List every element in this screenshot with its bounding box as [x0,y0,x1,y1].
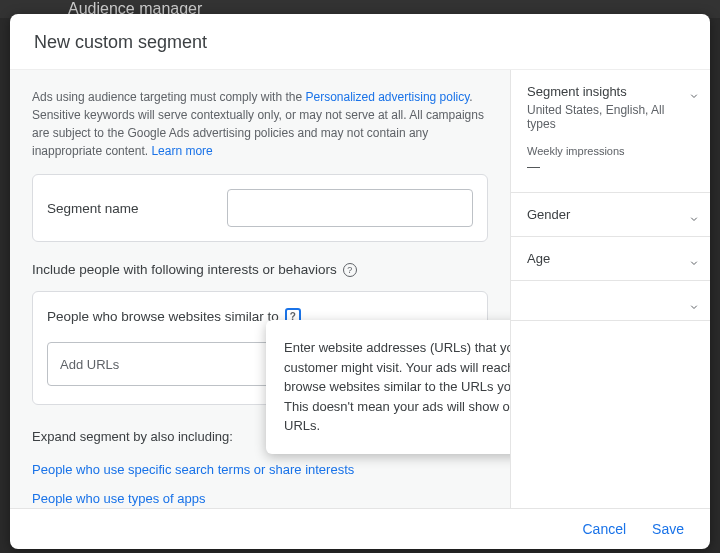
chevron-down-icon [688,301,698,311]
insights-title: Segment insights [527,84,694,99]
segment-insights-panel[interactable]: Segment insights United States, English,… [511,70,710,193]
extra-panel[interactable] [511,281,710,321]
weekly-impressions-value: — [527,159,694,174]
gender-label: Gender [527,207,570,222]
right-pane: Segment insights United States, English,… [510,70,710,508]
expand-link-app-types[interactable]: People who use types of apps [32,491,488,506]
include-section-title: Include people with following interests … [32,262,488,277]
segment-name-row: Segment name [32,174,488,242]
segment-name-input[interactable] [227,189,473,227]
left-pane: Ads using audience targeting must comply… [10,70,510,508]
modal-dialog: New custom segment Ads using audience ta… [10,14,710,549]
card-heading-text: People who browse websites similar to [47,309,279,324]
gender-panel[interactable]: Gender [511,193,710,237]
policy-notice: Ads using audience targeting must comply… [32,88,488,160]
chevron-down-icon [688,90,698,100]
save-button[interactable]: Save [652,521,684,537]
include-title-text: Include people with following interests … [32,262,337,277]
modal-body: Ads using audience targeting must comply… [10,70,710,508]
insights-subtitle: United States, English, All types [527,103,694,131]
learn-more-link[interactable]: Learn more [151,144,212,158]
cancel-button[interactable]: Cancel [582,521,626,537]
age-label: Age [527,251,550,266]
segment-name-label: Segment name [47,201,207,216]
browse-websites-tooltip: Enter website addresses (URLs) that your… [266,320,510,454]
chevron-down-icon [688,257,698,267]
help-icon[interactable]: ? [343,263,357,277]
chevron-down-icon [688,213,698,223]
policy-link[interactable]: Personalized advertising policy [305,90,469,104]
modal-footer: Cancel Save [10,508,710,549]
modal-title: New custom segment [10,14,710,70]
expand-link-search-terms[interactable]: People who use specific search terms or … [32,462,488,477]
policy-prefix: Ads using audience targeting must comply… [32,90,305,104]
age-panel[interactable]: Age [511,237,710,281]
weekly-impressions-label: Weekly impressions [527,145,694,157]
